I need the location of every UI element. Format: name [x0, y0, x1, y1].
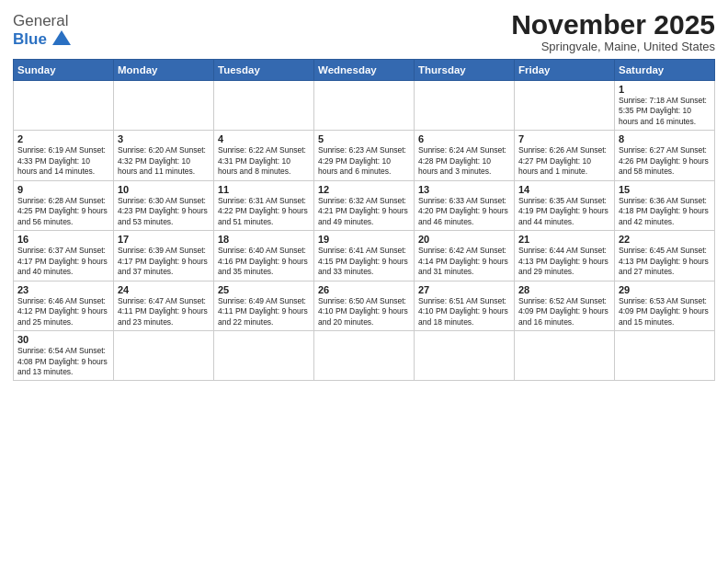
calendar: Sunday Monday Tuesday Wednesday Thursday…	[13, 59, 715, 381]
header-wednesday: Wednesday	[314, 60, 415, 81]
day-number-23: 23	[17, 284, 109, 295]
day-number-5: 5	[318, 133, 410, 144]
calendar-cell-2-6: 15Sunrise: 6:36 AM Sunset: 4:18 PM Dayli…	[615, 180, 715, 230]
calendar-week-3: 16Sunrise: 6:37 AM Sunset: 4:17 PM Dayli…	[14, 231, 715, 281]
day-number-30: 30	[17, 334, 109, 345]
calendar-cell-5-0: 30Sunrise: 6:54 AM Sunset: 4:08 PM Dayli…	[14, 331, 114, 381]
day-number-4: 4	[218, 133, 310, 144]
day-info-17: Sunrise: 6:39 AM Sunset: 4:17 PM Dayligh…	[118, 246, 210, 277]
calendar-cell-3-6: 22Sunrise: 6:45 AM Sunset: 4:13 PM Dayli…	[615, 231, 715, 281]
calendar-cell-4-5: 28Sunrise: 6:52 AM Sunset: 4:09 PM Dayli…	[515, 281, 615, 330]
calendar-cell-3-5: 21Sunrise: 6:44 AM Sunset: 4:13 PM Dayli…	[515, 231, 615, 281]
header-sunday: Sunday	[14, 60, 114, 81]
calendar-cell-3-1: 17Sunrise: 6:39 AM Sunset: 4:17 PM Dayli…	[114, 231, 214, 281]
calendar-cell-4-4: 27Sunrise: 6:51 AM Sunset: 4:10 PM Dayli…	[415, 281, 515, 330]
calendar-header-row: Sunday Monday Tuesday Wednesday Thursday…	[14, 60, 715, 81]
day-info-21: Sunrise: 6:44 AM Sunset: 4:13 PM Dayligh…	[518, 246, 610, 277]
day-info-18: Sunrise: 6:40 AM Sunset: 4:16 PM Dayligh…	[218, 246, 310, 277]
header-monday: Monday	[114, 60, 214, 81]
day-number-15: 15	[619, 184, 711, 195]
day-number-24: 24	[118, 284, 210, 295]
calendar-cell-0-0	[14, 81, 114, 131]
day-number-27: 27	[418, 284, 510, 295]
calendar-cell-1-6: 8Sunrise: 6:27 AM Sunset: 4:26 PM Daylig…	[615, 131, 715, 180]
calendar-week-1: 2Sunrise: 6:19 AM Sunset: 4:33 PM Daylig…	[14, 131, 715, 180]
calendar-cell-0-6: 1Sunrise: 7:18 AM Sunset: 5:35 PM Daylig…	[615, 81, 715, 131]
day-number-12: 12	[318, 184, 410, 195]
month-title: November 2025	[511, 9, 715, 40]
calendar-week-2: 9Sunrise: 6:28 AM Sunset: 4:25 PM Daylig…	[14, 180, 715, 230]
calendar-cell-0-1	[114, 81, 214, 131]
calendar-cell-0-2	[214, 81, 314, 131]
day-number-9: 9	[17, 184, 109, 195]
day-info-29: Sunrise: 6:53 AM Sunset: 4:09 PM Dayligh…	[619, 296, 711, 327]
calendar-week-0: 1Sunrise: 7:18 AM Sunset: 5:35 PM Daylig…	[14, 81, 715, 131]
header-saturday: Saturday	[615, 60, 715, 81]
day-info-28: Sunrise: 6:52 AM Sunset: 4:09 PM Dayligh…	[518, 296, 610, 327]
calendar-cell-4-0: 23Sunrise: 6:46 AM Sunset: 4:12 PM Dayli…	[14, 281, 114, 330]
day-info-13: Sunrise: 6:33 AM Sunset: 4:20 PM Dayligh…	[418, 196, 510, 227]
day-number-1: 1	[619, 84, 711, 95]
day-number-7: 7	[518, 133, 610, 144]
day-info-26: Sunrise: 6:50 AM Sunset: 4:10 PM Dayligh…	[318, 296, 410, 327]
day-info-11: Sunrise: 6:31 AM Sunset: 4:22 PM Dayligh…	[218, 196, 310, 227]
day-number-28: 28	[518, 284, 610, 295]
calendar-cell-2-3: 12Sunrise: 6:32 AM Sunset: 4:21 PM Dayli…	[314, 180, 415, 230]
calendar-cell-0-4	[415, 81, 515, 131]
calendar-cell-2-2: 11Sunrise: 6:31 AM Sunset: 4:22 PM Dayli…	[214, 180, 314, 230]
calendar-cell-3-2: 18Sunrise: 6:40 AM Sunset: 4:16 PM Dayli…	[214, 231, 314, 281]
calendar-cell-5-1	[114, 331, 214, 381]
day-number-14: 14	[518, 184, 610, 195]
calendar-week-5: 30Sunrise: 6:54 AM Sunset: 4:08 PM Dayli…	[14, 331, 715, 381]
page: General Blue November 2025 Springvale, M…	[0, 0, 728, 563]
day-info-20: Sunrise: 6:42 AM Sunset: 4:14 PM Dayligh…	[418, 246, 510, 277]
calendar-cell-3-4: 20Sunrise: 6:42 AM Sunset: 4:14 PM Dayli…	[415, 231, 515, 281]
day-info-25: Sunrise: 6:49 AM Sunset: 4:11 PM Dayligh…	[218, 296, 310, 327]
calendar-cell-0-3	[314, 81, 415, 131]
day-number-18: 18	[218, 234, 310, 245]
header-friday: Friday	[515, 60, 615, 81]
calendar-week-4: 23Sunrise: 6:46 AM Sunset: 4:12 PM Dayli…	[14, 281, 715, 330]
day-info-8: Sunrise: 6:27 AM Sunset: 4:26 PM Dayligh…	[619, 145, 711, 177]
day-number-11: 11	[218, 184, 310, 195]
day-number-8: 8	[619, 133, 711, 144]
day-number-3: 3	[118, 133, 210, 144]
calendar-cell-1-3: 5Sunrise: 6:23 AM Sunset: 4:29 PM Daylig…	[314, 131, 415, 180]
day-info-14: Sunrise: 6:35 AM Sunset: 4:19 PM Dayligh…	[518, 196, 610, 227]
logo-blue-row: Blue	[13, 29, 74, 51]
day-number-22: 22	[619, 234, 711, 245]
day-info-19: Sunrise: 6:41 AM Sunset: 4:15 PM Dayligh…	[318, 246, 410, 277]
calendar-cell-2-4: 13Sunrise: 6:33 AM Sunset: 4:20 PM Dayli…	[415, 180, 515, 230]
day-number-16: 16	[17, 234, 109, 245]
calendar-cell-4-1: 24Sunrise: 6:47 AM Sunset: 4:11 PM Dayli…	[114, 281, 214, 330]
calendar-cell-2-0: 9Sunrise: 6:28 AM Sunset: 4:25 PM Daylig…	[14, 180, 114, 230]
calendar-cell-0-5	[515, 81, 615, 131]
day-info-4: Sunrise: 6:22 AM Sunset: 4:31 PM Dayligh…	[218, 145, 310, 177]
day-number-19: 19	[318, 234, 410, 245]
calendar-cell-4-3: 26Sunrise: 6:50 AM Sunset: 4:10 PM Dayli…	[314, 281, 415, 330]
header: General Blue November 2025 Springvale, M…	[13, 9, 715, 53]
day-number-26: 26	[318, 284, 410, 295]
calendar-cell-1-4: 6Sunrise: 6:24 AM Sunset: 4:28 PM Daylig…	[415, 131, 515, 180]
day-info-5: Sunrise: 6:23 AM Sunset: 4:29 PM Dayligh…	[318, 145, 410, 177]
day-number-20: 20	[418, 234, 510, 245]
day-info-9: Sunrise: 6:28 AM Sunset: 4:25 PM Dayligh…	[17, 196, 109, 227]
calendar-cell-4-2: 25Sunrise: 6:49 AM Sunset: 4:11 PM Dayli…	[214, 281, 314, 330]
calendar-cell-1-2: 4Sunrise: 6:22 AM Sunset: 4:31 PM Daylig…	[214, 131, 314, 180]
calendar-cell-2-5: 14Sunrise: 6:35 AM Sunset: 4:19 PM Dayli…	[515, 180, 615, 230]
day-info-7: Sunrise: 6:26 AM Sunset: 4:27 PM Dayligh…	[518, 145, 610, 177]
day-info-6: Sunrise: 6:24 AM Sunset: 4:28 PM Dayligh…	[418, 145, 510, 177]
day-info-27: Sunrise: 6:51 AM Sunset: 4:10 PM Dayligh…	[418, 296, 510, 327]
day-number-21: 21	[518, 234, 610, 245]
day-info-3: Sunrise: 6:20 AM Sunset: 4:32 PM Dayligh…	[118, 145, 210, 177]
header-tuesday: Tuesday	[214, 60, 314, 81]
day-number-2: 2	[17, 133, 109, 144]
day-info-30: Sunrise: 6:54 AM Sunset: 4:08 PM Dayligh…	[17, 346, 109, 377]
day-info-10: Sunrise: 6:30 AM Sunset: 4:23 PM Dayligh…	[118, 196, 210, 227]
day-info-16: Sunrise: 6:37 AM Sunset: 4:17 PM Dayligh…	[17, 246, 109, 277]
calendar-cell-1-0: 2Sunrise: 6:19 AM Sunset: 4:33 PM Daylig…	[14, 131, 114, 180]
calendar-cell-1-5: 7Sunrise: 6:26 AM Sunset: 4:27 PM Daylig…	[515, 131, 615, 180]
day-number-13: 13	[418, 184, 510, 195]
header-thursday: Thursday	[415, 60, 515, 81]
calendar-cell-5-2	[214, 331, 314, 381]
